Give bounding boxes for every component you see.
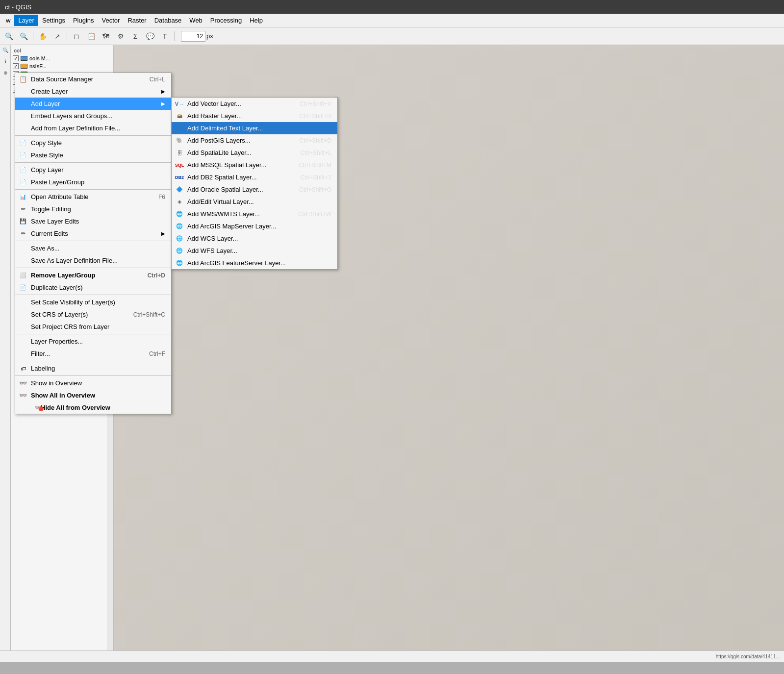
submenu-add-spatialite[interactable]: 🗄 Add SpatiaLite Layer... Ctrl+Shift+L	[172, 147, 337, 159]
toolbar-btn-6[interactable]: 📋	[84, 29, 98, 43]
menu-item-help[interactable]: Help	[246, 15, 267, 26]
menu-item-database[interactable]: Database	[151, 15, 186, 26]
add-wcs-label: Add WCS Layer...	[187, 235, 238, 242]
copy-style-label: Copy Style	[31, 139, 62, 147]
hide-all-from-overview-icon: 👓🔴	[34, 404, 44, 411]
toolbar-btn-9[interactable]: Σ	[128, 29, 142, 43]
toolbar-btn-1[interactable]: 🔍	[2, 29, 16, 43]
sidebar-tool-2[interactable]: ℹ	[4, 59, 6, 64]
menu-create-layer[interactable]: Create Layer ▶	[15, 85, 171, 98]
embed-layers-label: Embed Layers and Groups...	[31, 112, 112, 120]
add-mssql-icon: SQL	[175, 163, 184, 168]
submenu-add-mssql[interactable]: SQL Add MSSQL Spatial Layer... Ctrl+Shif…	[172, 159, 337, 171]
menu-set-crs-layer[interactable]: Set CRS of Layer(s) Ctrl+Shift+C	[15, 308, 171, 321]
menu-item-vector[interactable]: Vector	[98, 15, 124, 26]
menu-copy-style[interactable]: 📄 Copy Style	[15, 137, 171, 149]
menu-add-from-definition[interactable]: Add from Layer Definition File...	[15, 122, 171, 134]
layer-checkbox-1[interactable]: ✓	[13, 55, 19, 61]
submenu-add-wcs[interactable]: 🌐 Add WCS Layer...	[172, 232, 337, 245]
menu-item-w[interactable]: w	[2, 15, 14, 26]
menu-embed-layers[interactable]: Embed Layers and Groups...	[15, 110, 171, 122]
menu-item-processing[interactable]: Processing	[206, 15, 246, 26]
submenu-add-wfs[interactable]: 🌐 Add WFS Layer...	[172, 245, 337, 257]
menu-item-raster[interactable]: Raster	[124, 15, 150, 26]
submenu-add-delimited[interactable]: ✚ Add Delimited Text Layer...	[172, 122, 337, 134]
sidebar-tool-3[interactable]: ⊕	[3, 70, 7, 75]
title-bar: ct - QGIS	[0, 0, 784, 14]
menu-item-web[interactable]: Web	[185, 15, 206, 26]
toolbar-btn-5[interactable]: ◻	[70, 29, 83, 43]
show-all-in-overview-icon: 👓	[18, 392, 28, 399]
toolbar-btn-11[interactable]: T	[158, 29, 172, 43]
submenu-add-postgis[interactable]: 🐘 Add PostGIS Layers... Ctrl+Shift+D	[172, 134, 337, 147]
menu-save-as-layer-def[interactable]: Save As Layer Definition File...	[15, 254, 171, 267]
menu-item-settings[interactable]: Settings	[38, 15, 69, 26]
menu-show-in-overview[interactable]: 👓 Show in Overview	[15, 377, 171, 389]
submenu-add-oracle[interactable]: 🔷 Add Oracle Spatial Layer... Ctrl+Shift…	[172, 183, 337, 196]
menu-show-all-in-overview[interactable]: 👓 Show All in Overview	[15, 389, 171, 401]
show-all-in-overview-label: Show All in Overview	[31, 392, 95, 399]
submenu-add-db2[interactable]: DB2 Add DB2 Spatial Layer... Ctrl+Shift+…	[172, 171, 337, 183]
add-wfs-label: Add WFS Layer...	[187, 247, 237, 254]
menu-item-layer[interactable]: Layer	[14, 15, 38, 26]
menu-save-layer-edits[interactable]: 💾 Save Layer Edits	[15, 215, 171, 227]
menu-item-plugins[interactable]: Plugins	[69, 15, 98, 26]
copy-layer-label: Copy Layer	[31, 166, 63, 174]
add-raster-shortcut: Ctrl+Shift+R	[288, 113, 331, 120]
current-edits-icon: ✏	[18, 230, 28, 237]
menu-set-scale-visibility[interactable]: Set Scale Visibility of Layer(s)	[15, 296, 171, 308]
set-crs-layer-label: Set CRS of Layer(s)	[31, 311, 88, 318]
data-source-manager-shortcut: Ctrl+L	[138, 76, 165, 83]
add-arcgis-featureserver-label: Add ArcGIS FeatureServer Layer...	[187, 259, 286, 267]
data-source-manager-label: Data Source Manager	[31, 75, 93, 83]
menu-duplicate-layer[interactable]: 📄 Duplicate Layer(s)	[15, 281, 171, 294]
submenu-add-arcgis-mapserver[interactable]: 🌐 Add ArcGIS MapServer Layer...	[172, 220, 337, 232]
menu-save-as[interactable]: Save As...	[15, 242, 171, 254]
toolbar-btn-3[interactable]: ✋	[36, 29, 50, 43]
submenu-add-arcgis-featureserver[interactable]: 🌐 Add ArcGIS FeatureServer Layer...	[172, 257, 337, 269]
zoom-input[interactable]: 12	[181, 31, 205, 42]
hide-all-from-overview-label: Hide All from Overview	[41, 404, 110, 411]
main-area: 🔍 ℹ ⊕ ool ✓ ooIs M... ✓ nsIsF... ✓ ppe..…	[0, 45, 784, 662]
menu-data-source-manager[interactable]: 📋 Data Source Manager Ctrl+L	[15, 73, 171, 85]
show-in-overview-label: Show in Overview	[31, 379, 82, 387]
toolbar-btn-4[interactable]: ↗	[51, 29, 64, 43]
menu-open-attribute-table[interactable]: 📊 Open Attribute Table F6	[15, 191, 171, 203]
submenu-add-raster[interactable]: 🏔 Add Raster Layer... Ctrl+Shift+R	[172, 110, 337, 122]
menu-add-layer[interactable]: Add Layer ▶ V→ Add Vector Layer... Ctrl+…	[15, 98, 171, 110]
remove-layer-label: Remove Layer/Group	[31, 272, 96, 279]
layer-properties-label: Layer Properties...	[31, 338, 83, 345]
duplicate-layer-label: Duplicate Layer(s)	[31, 284, 83, 291]
layer-panel-header: ool	[11, 47, 113, 54]
submenu-add-virtual[interactable]: ◈ Add/Edit Virtual Layer...	[172, 196, 337, 208]
layer-item-2[interactable]: ✓ nsIsF...	[11, 62, 113, 70]
menu-paste-style[interactable]: 📄 Paste Style	[15, 149, 171, 161]
menu-labeling[interactable]: 🏷 Labeling	[15, 362, 171, 374]
submenu-add-wms[interactable]: 🌐 Add WMS/WMTS Layer... Ctrl+Shift+W	[172, 208, 337, 220]
set-scale-visibility-label: Set Scale Visibility of Layer(s)	[31, 299, 115, 306]
toolbar-btn-10[interactable]: 💬	[143, 29, 157, 43]
add-wfs-icon: 🌐	[175, 248, 184, 254]
menu-paste-layer-group[interactable]: 📄 Paste Layer/Group	[15, 176, 171, 188]
menu-current-edits[interactable]: ✏ Current Edits ▶	[15, 227, 171, 240]
submenu-add-vector[interactable]: V→ Add Vector Layer... Ctrl+Shift+V	[172, 98, 337, 110]
add-wms-shortcut: Ctrl+Shift+W	[286, 211, 331, 218]
toolbar-sep-1	[33, 31, 33, 41]
add-virtual-icon: ◈	[175, 199, 184, 205]
menu-remove-layer[interactable]: ⬜ Remove Layer/Group Ctrl+D	[15, 269, 171, 281]
sidebar-tool-1[interactable]: 🔍	[2, 47, 8, 53]
layer-item-1[interactable]: ✓ ooIs M...	[11, 54, 113, 62]
menu-toggle-editing[interactable]: ✏ Toggle Editing	[15, 203, 171, 215]
menu-layer-properties[interactable]: Layer Properties...	[15, 335, 171, 348]
menu-filter[interactable]: Filter... Ctrl+F	[15, 348, 171, 360]
create-layer-arrow: ▶	[161, 89, 165, 94]
toolbar-btn-2[interactable]: 🔍	[17, 29, 30, 43]
zoom-area: 12 px	[181, 31, 213, 42]
menu-set-project-crs[interactable]: Set Project CRS from Layer	[15, 321, 171, 333]
menu-hide-all-from-overview[interactable]: 👓🔴 Hide All from Overview	[15, 401, 171, 414]
toolbar-btn-7[interactable]: 🗺	[99, 29, 113, 43]
add-postgis-label: Add PostGIS Layers...	[187, 137, 251, 144]
layer-checkbox-2[interactable]: ✓	[13, 63, 19, 69]
menu-copy-layer[interactable]: 📄 Copy Layer	[15, 164, 171, 176]
toolbar-btn-8[interactable]: ⚙	[114, 29, 127, 43]
